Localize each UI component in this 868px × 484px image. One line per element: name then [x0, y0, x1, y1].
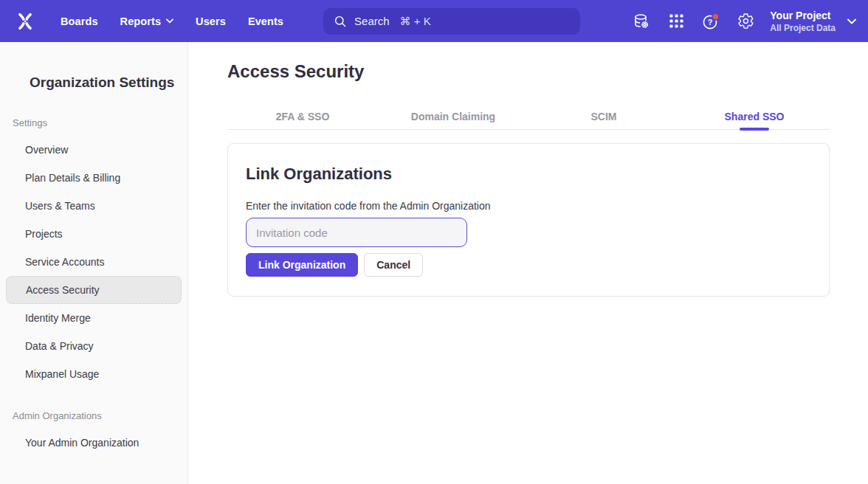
card-actions: Link Organization Cancel [246, 253, 811, 277]
invitation-code-input[interactable] [246, 218, 467, 247]
mixpanel-logo[interactable] [15, 11, 35, 32]
link-organization-button[interactable]: Link Organization [246, 253, 358, 277]
nav-events[interactable]: Events [248, 15, 283, 27]
sidebar-item-identity-merge[interactable]: Identity Merge [0, 304, 187, 332]
apps-grid-icon [669, 13, 684, 29]
apps-grid-button[interactable] [666, 12, 686, 31]
chevron-down-icon [166, 18, 173, 24]
topbar-actions: ? Your Project All Project Data [616, 9, 868, 34]
sidebar-title: Organization Settings [30, 75, 187, 91]
active-tab-indicator [740, 128, 769, 131]
cancel-button[interactable]: Cancel [364, 253, 423, 277]
mixpanel-logo-icon [16, 12, 35, 31]
main-content: Access Security 2FA & SSO Domain Claimin… [189, 42, 868, 484]
project-switcher[interactable]: Your Project All Project Data [770, 9, 856, 34]
card-title: Link Organizations [246, 165, 811, 184]
search-input[interactable]: Search ⌘ + K [323, 8, 580, 35]
nav-reports[interactable]: Reports [120, 15, 174, 27]
sidebar-item-users-teams[interactable]: Users & Teams [0, 192, 187, 220]
sidebar-item-your-admin-organization[interactable]: Your Admin Organization [0, 429, 187, 457]
sidebar-section-settings: Settings [13, 117, 187, 128]
sidebar-item-overview[interactable]: Overview [0, 136, 187, 164]
access-security-tabs: 2FA & SSO Domain Claiming SCIM Shared SS… [227, 104, 830, 130]
settings-gear-icon [737, 13, 754, 30]
nav-boards[interactable]: Boards [61, 15, 98, 27]
svg-text:?: ? [708, 18, 713, 27]
top-navigation-bar: Boards Reports Users Events Search ⌘ + K [0, 0, 868, 42]
tab-2fa-sso[interactable]: 2FA & SSO [227, 104, 378, 129]
help-icon: ? [701, 12, 720, 31]
project-name: Your Project [770, 9, 836, 22]
tab-domain-claiming[interactable]: Domain Claiming [378, 104, 528, 129]
project-info: Your Project All Project Data [770, 9, 836, 34]
sidebar-section-admin-organizations: Admin Organizations [13, 410, 187, 421]
sidebar-item-data-privacy[interactable]: Data & Privacy [0, 332, 187, 360]
notification-dot [712, 13, 719, 20]
sidebar-item-projects[interactable]: Projects [0, 220, 187, 248]
settings-sidebar: Organization Settings Settings Overview … [0, 42, 188, 484]
sidebar-item-access-security[interactable]: Access Security [6, 276, 182, 304]
tab-shared-sso[interactable]: Shared SSO [679, 104, 830, 129]
search-shortcut: ⌘ + K [400, 15, 431, 28]
tab-scim[interactable]: SCIM [528, 104, 679, 129]
tab-shared-sso-label: Shared SSO [725, 111, 785, 122]
settings-button[interactable] [736, 12, 755, 31]
search-placeholder: Search [354, 15, 390, 27]
search-icon [334, 15, 347, 28]
sidebar-item-mixpanel-usage[interactable]: Mixpanel Usage [0, 360, 187, 388]
nav-reports-label: Reports [120, 15, 162, 27]
nav-users[interactable]: Users [196, 15, 226, 27]
project-data-view: All Project Data [770, 22, 836, 34]
invitation-code-label: Enter the invitation code from the Admin… [246, 200, 811, 212]
help-button[interactable]: ? [701, 12, 720, 31]
sidebar-item-service-accounts[interactable]: Service Accounts [0, 248, 187, 276]
chevron-down-icon [847, 18, 856, 24]
page-title: Access Security [227, 61, 830, 82]
sidebar-item-plan-details-billing[interactable]: Plan Details & Billing [0, 164, 187, 192]
link-organizations-card: Link Organizations Enter the invitation … [227, 143, 830, 297]
primary-nav: Boards Reports Users Events [61, 15, 283, 27]
data-management-button[interactable] [632, 12, 651, 31]
data-management-icon [633, 13, 650, 30]
